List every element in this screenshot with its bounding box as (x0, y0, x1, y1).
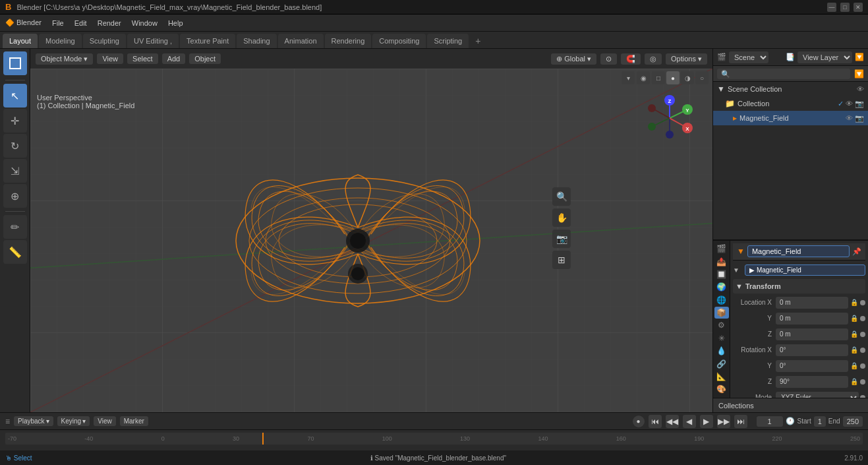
measure-tool-button[interactable]: 📏 (3, 240, 27, 264)
menu-edit[interactable]: Edit (69, 15, 92, 31)
object-menu[interactable]: Object (189, 53, 221, 64)
menu-help[interactable]: Help (163, 15, 188, 31)
view-menu[interactable]: View (97, 53, 123, 64)
rotate-tool-button[interactable]: ↻ (3, 134, 27, 158)
tab-texture-paint[interactable]: Texture Paint (180, 34, 235, 48)
object-name-input[interactable] (747, 245, 850, 257)
record-button[interactable]: ● (633, 416, 645, 427)
current-frame-input[interactable]: 1 (757, 416, 783, 427)
pivot-select[interactable]: ⊙ (600, 53, 617, 65)
rotation-z-dot[interactable] (860, 379, 865, 385)
pan-button[interactable]: ✋ (552, 208, 571, 227)
outliner-item-scene-collection[interactable]: ▼ Scene Collection 👁 (713, 82, 868, 96)
location-z-dot[interactable] (860, 332, 865, 337)
proportional-edit[interactable]: ◎ (645, 53, 662, 65)
tab-layout[interactable]: Layout (3, 34, 38, 48)
rotation-z-value[interactable]: 90° (776, 376, 848, 388)
location-y-value[interactable]: 0 m (776, 313, 848, 325)
solid-mode-button[interactable]: ● (666, 71, 680, 84)
tab-modeling[interactable]: Modeling (39, 34, 82, 48)
location-x-lock[interactable]: 🔒 (850, 298, 859, 307)
object-props-button[interactable]: 📦 (714, 307, 729, 318)
select-tool-button[interactable]: ↖ (3, 84, 27, 108)
grid-toggle-button[interactable]: ⊞ (552, 251, 571, 269)
tab-rendering[interactable]: Rendering (325, 34, 372, 48)
minimize-button[interactable]: — (827, 3, 836, 12)
playback-button[interactable]: Playback ▾ (14, 416, 53, 426)
end-frame-input[interactable]: 250 (843, 416, 863, 427)
outliner-search[interactable] (717, 69, 850, 79)
scene-select[interactable]: Scene (729, 51, 768, 63)
jump-end-button[interactable]: ⏭ (734, 415, 747, 428)
close-button[interactable]: ✕ (854, 3, 863, 12)
tab-sculpting[interactable]: Sculpting (83, 34, 126, 48)
global-select[interactable]: ⊕ Global ▾ (551, 53, 596, 65)
material-preview-button[interactable]: ◑ (681, 71, 694, 84)
rotation-y-lock[interactable]: 🔒 (850, 361, 859, 371)
filter-icon[interactable]: 🔽 (855, 53, 864, 61)
annotate-tool-button[interactable]: ✏ (3, 215, 27, 239)
particles-props-button[interactable]: ✳ (714, 332, 729, 344)
magnetic-eye-icon[interactable]: 👁 (846, 114, 853, 123)
pin-button[interactable]: 📌 (852, 247, 861, 256)
tab-animation[interactable]: Animation (278, 34, 324, 48)
render-props-button[interactable]: 🎬 (714, 243, 729, 255)
step-back-button[interactable]: ◀◀ (666, 415, 679, 428)
menu-blender[interactable]: 🔶 Blender (0, 15, 47, 31)
snapping-toggle[interactable]: 🧲 (621, 53, 641, 65)
rotation-y-value[interactable]: 0° (776, 360, 848, 372)
menu-file[interactable]: File (47, 15, 69, 31)
object-mode-select[interactable]: Object Mode ▾ (36, 53, 93, 65)
add-workspace-button[interactable]: + (470, 34, 486, 48)
active-tool-indicator[interactable] (3, 51, 27, 75)
eye-icon[interactable]: 👁 (857, 85, 864, 93)
location-x-dot[interactable] (860, 300, 865, 305)
viewport-canvas[interactable]: User Perspective (1) Collection | Magnet… (30, 69, 712, 412)
location-y-lock[interactable]: 🔒 (850, 314, 859, 323)
output-props-button[interactable]: 📤 (714, 256, 729, 267)
move-tool-button[interactable]: ✛ (3, 109, 27, 133)
play-button[interactable]: ▶ (700, 415, 713, 428)
tab-compositing[interactable]: Compositing (372, 34, 426, 48)
constraints-props-button[interactable]: 🔗 (714, 358, 729, 369)
viewport[interactable]: Object Mode ▾ View Select Add Object ⊕ G… (30, 49, 712, 412)
timeline-scrubber[interactable]: -70-4003070100130140160190220250 (0, 430, 868, 447)
add-menu[interactable]: Add (162, 53, 186, 64)
world-props-button[interactable]: 🌐 (714, 294, 729, 305)
timeline-menu-icon[interactable]: ≡ (5, 417, 10, 426)
location-y-dot[interactable] (860, 316, 865, 321)
rotation-x-value[interactable]: 0° (776, 344, 848, 356)
location-z-lock[interactable]: 🔒 (850, 330, 859, 339)
zoom-to-fit-button[interactable]: 🔍 (552, 187, 571, 206)
select-menu[interactable]: Select (127, 53, 158, 64)
transform-section-header[interactable]: ▼ Transform (733, 279, 865, 294)
object-reference-field[interactable]: ▶ Magnetic_Field (745, 264, 865, 276)
wireframe-mode-button[interactable]: □ (652, 71, 665, 84)
rotation-z-lock[interactable]: 🔒 (850, 377, 859, 387)
view-timeline-button[interactable]: View (94, 416, 116, 426)
transform-tool-button[interactable]: ⊕ (3, 184, 27, 208)
tab-uv-editing[interactable]: UV Editing , (127, 34, 179, 48)
scale-tool-button[interactable]: ⇲ (3, 159, 27, 183)
rendered-mode-button[interactable]: ○ (695, 71, 709, 84)
maximize-button[interactable]: □ (840, 3, 850, 12)
start-frame-input[interactable]: 1 (814, 416, 826, 427)
material-props-button[interactable]: 🎨 (714, 384, 729, 395)
rotation-x-lock[interactable]: 🔒 (850, 346, 859, 355)
keying-button[interactable]: Keying ▾ (57, 416, 90, 426)
outliner-item-magnetic-field[interactable]: ▸ Magnetic_Field 👁 📷 (713, 111, 868, 125)
menu-window[interactable]: Window (127, 15, 163, 31)
data-props-button[interactable]: 📐 (714, 371, 729, 382)
play-reverse-button[interactable]: ◀ (683, 415, 696, 428)
jump-start-button[interactable]: ⏮ (649, 415, 662, 428)
location-z-value[interactable]: 0 m (776, 328, 848, 340)
timeline-track[interactable]: -70-4003070100130140160190220250 (5, 433, 863, 445)
tab-scripting[interactable]: Scripting (427, 34, 469, 48)
collection-eye-icon[interactable]: 👁 (846, 100, 853, 108)
rotation-y-dot[interactable] (860, 363, 865, 369)
physics-props-button[interactable]: 💧 (714, 346, 729, 357)
outliner-footer[interactable]: Collections (713, 398, 868, 412)
shading-options-button[interactable]: ▾ (622, 71, 635, 84)
marker-button[interactable]: Marker (120, 416, 148, 426)
magnetic-camera-icon[interactable]: 📷 (855, 114, 864, 123)
